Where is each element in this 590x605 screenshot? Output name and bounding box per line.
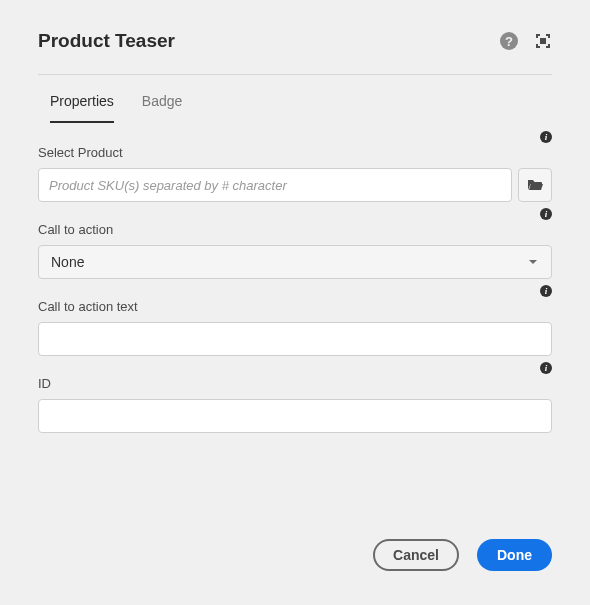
tab-properties[interactable]: Properties: [50, 93, 114, 123]
svg-rect-0: [540, 38, 546, 44]
call-to-action-label: Call to action: [38, 222, 552, 237]
select-product-input[interactable]: [38, 168, 512, 202]
info-icon[interactable]: i: [540, 131, 552, 143]
tab-badge[interactable]: Badge: [142, 93, 182, 123]
info-icon[interactable]: i: [540, 208, 552, 220]
call-to-action-selected: None: [51, 254, 84, 270]
fullscreen-icon[interactable]: [534, 32, 552, 50]
chevron-down-icon: [527, 256, 539, 268]
help-icon[interactable]: ?: [500, 32, 518, 50]
select-product-label: Select Product: [38, 145, 552, 160]
browse-folder-button[interactable]: [518, 168, 552, 202]
done-button[interactable]: Done: [477, 539, 552, 571]
cancel-button[interactable]: Cancel: [373, 539, 459, 571]
id-label: ID: [38, 376, 552, 391]
info-icon[interactable]: i: [540, 362, 552, 374]
dialog-title: Product Teaser: [38, 30, 175, 52]
call-to-action-text-input[interactable]: [38, 322, 552, 356]
id-input[interactable]: [38, 399, 552, 433]
call-to-action-select[interactable]: None: [38, 245, 552, 279]
info-icon[interactable]: i: [540, 285, 552, 297]
call-to-action-text-label: Call to action text: [38, 299, 552, 314]
